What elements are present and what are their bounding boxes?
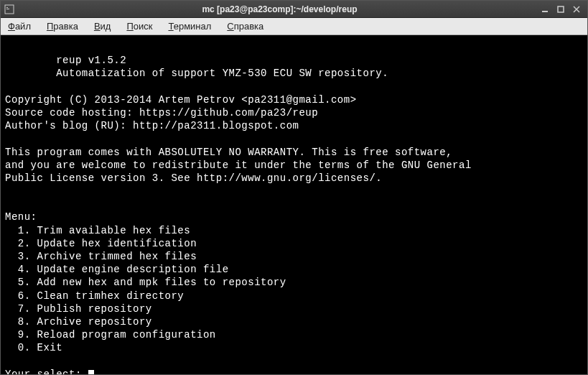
terminal-line: Your select: (5, 368, 583, 374)
terminal-line: 4. Update engine description file (5, 263, 583, 276)
terminal-output[interactable]: reup v1.5.2 Automatization of support YM… (1, 35, 587, 374)
terminal-line: 7. Publish repository (5, 302, 583, 315)
menu-edit[interactable]: Правка (45, 19, 80, 33)
terminal-line: 5. Add new hex and mpk files to reposito… (5, 276, 583, 289)
terminal-line (5, 198, 583, 210)
terminal-line: 8. Archive repository (5, 315, 583, 328)
svg-rect-3 (542, 11, 548, 12)
menubar: Файл Правка Вид Поиск Терминал Справка (1, 18, 587, 35)
terminal-line: Public License version 3. See http://www… (5, 172, 583, 185)
window-controls (540, 4, 584, 14)
minimize-button[interactable] (540, 4, 550, 14)
terminal-line (5, 80, 583, 93)
terminal-line: Automatization of support YMZ-530 ECU SW… (5, 67, 583, 80)
terminal-line: 1. Trim available hex files (5, 224, 583, 237)
menu-label: Вид (94, 21, 111, 32)
maximize-button[interactable] (556, 4, 566, 14)
terminal-line: Copyright (C) 2013-2014 Artem Petrov <pa… (5, 93, 583, 106)
terminal-line: reup v1.5.2 (5, 54, 583, 67)
window-title: mc [pa23@pa23comp]:~/develop/reup (19, 4, 540, 14)
terminal-line (5, 185, 583, 198)
terminal-line: 2. Update hex identification (5, 237, 583, 250)
terminal-line: and you are welcome to redistribute it u… (5, 159, 583, 172)
menu-label: Поиск (126, 21, 152, 32)
close-button[interactable] (571, 4, 582, 14)
terminal-line (5, 132, 583, 145)
terminal-line: This program comes with ABSOLUTELY NO WA… (5, 146, 583, 159)
svg-rect-2 (6, 9, 9, 9)
menu-label: Терминал (168, 21, 211, 32)
terminal-line (5, 41, 583, 54)
terminal-line (5, 355, 583, 368)
terminal-line: 6. Clean trimhex directory (5, 290, 583, 302)
terminal-line: 3. Archive trimmed hex files (5, 250, 583, 263)
menu-view[interactable]: Вид (93, 19, 113, 33)
menu-help[interactable]: Справка (225, 19, 265, 33)
app-icon (4, 4, 15, 15)
titlebar: mc [pa23@pa23comp]:~/develop/reup (1, 1, 587, 18)
svg-rect-4 (558, 6, 564, 12)
menu-label: Справка (227, 21, 263, 32)
terminal-line: 9. Reload program configuration (5, 328, 583, 341)
menu-label: Правка (47, 21, 78, 32)
svg-rect-1 (6, 7, 8, 8)
menu-search[interactable]: Поиск (125, 19, 154, 33)
menu-label: Файл (8, 21, 31, 32)
terminal-line: 0. Exit (5, 341, 583, 354)
menu-file[interactable]: Файл (6, 19, 32, 33)
terminal-line: Menu: (5, 210, 583, 223)
cursor (88, 370, 94, 374)
terminal-line: Source code hosting: https://github.com/… (5, 106, 583, 119)
menu-terminal[interactable]: Терминал (167, 19, 213, 33)
app-window: mc [pa23@pa23comp]:~/develop/reup Файл П… (0, 0, 588, 375)
terminal-line: Author's blog (RU): http://pa2311.blogsp… (5, 119, 583, 132)
